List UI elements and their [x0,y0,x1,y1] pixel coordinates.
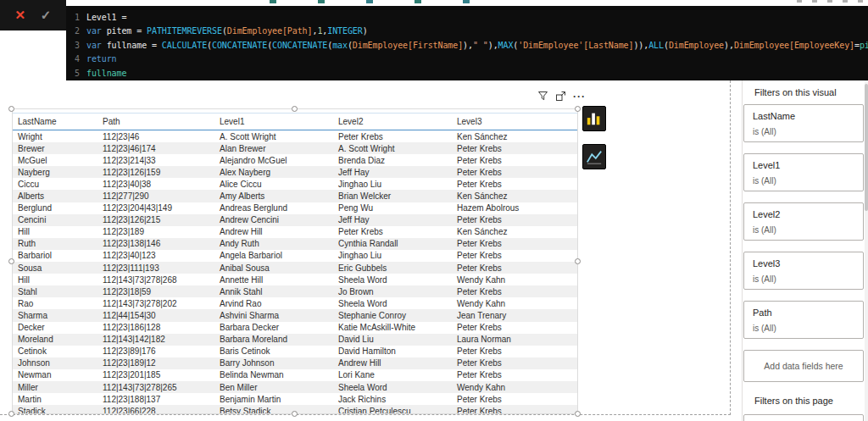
code-line: 1Level1 = [71,11,868,25]
table-row[interactable]: Miller112|143|73|278|265Ben MillerSheela… [13,381,577,393]
scrollbar-thumb[interactable] [865,84,868,211]
table-row[interactable]: Sharma112|44|154|30Ashvini SharmaStephan… [13,309,577,321]
selection-handle[interactable] [575,411,581,417]
table-row[interactable]: Rao112|143|73|278|202Arvind RaoSheela Wo… [13,297,577,309]
filter-card-level1[interactable]: Level1is (All) [743,153,864,191]
table-cell: 112|23|89|176 [97,346,214,356]
selection-handle[interactable] [8,106,14,112]
visual-filter-cards: LastNameis (All)Level1is (All)Level2is (… [743,104,865,339]
code-line: 3var fullname = CALCULATE(CONCATENATE(CO… [71,39,868,53]
code-token: " " [473,39,488,53]
table-cell: Ruth [13,239,97,248]
filter-condition: is (All) [753,324,854,333]
table-cell: Amy Alberts [214,191,333,201]
table-row[interactable]: Johnson112|23|189|12Barry JohnsonAndrew … [13,357,577,369]
formula-lines: 1Level1 = 2var pitem = PATHITEMREVERSE(D… [71,11,868,80]
table-cell: 112|23|46|174 [97,144,214,153]
table-row[interactable]: Ciccu112|23|40|38Alice CiccuJinghao LiuP… [13,178,577,190]
filter-card-path[interactable]: Pathis (All) [743,301,864,339]
selection-handle[interactable] [8,258,14,264]
table-row[interactable]: Decker112|23|186|128Barbara DeckerKatie … [13,322,577,334]
filter-card-lastname[interactable]: LastNameis (All) [743,104,864,142]
table-cell: Alex Nayberg [214,168,333,177]
selection-handle[interactable] [292,106,298,112]
table-cell: Peter Krebs [452,156,577,165]
table-cell: 112|143|142|182 [97,335,214,344]
selection-handle[interactable] [292,411,298,417]
filter-card-level3[interactable]: Level3is (All) [743,252,864,290]
table-cell: Eric Gubbels [333,263,452,273]
visual-header-icons: ··· [537,91,586,102]
table-row[interactable]: Cetinok112|23|89|176Baris CetinokDavid H… [13,346,577,357]
more-options-icon[interactable]: ··· [573,91,586,102]
code-token: return [86,53,117,66]
selection-handle[interactable] [575,258,581,264]
table-cell: Cencini [13,215,97,224]
table-body: Wright112|23|46A. Scott WrightPeter Kreb… [13,130,577,414]
table-cell: Barbara Decker [214,323,333,332]
table-row[interactable]: Nayberg112|23|126|159Alex NaybergJeff Ha… [13,166,577,178]
table-row[interactable]: Newman112|23|201|185Belinda NewmanLori K… [13,369,577,381]
page-filter-dropzone[interactable] [743,414,864,421]
code-token: pitem [860,39,868,53]
commit-formula-button[interactable]: ✓ [41,8,52,23]
table-cell: Nayberg [13,168,97,177]
filters-pane-scrollbar[interactable] [865,80,868,421]
table-row[interactable]: Moreland112|143|142|182Barbara MorelandD… [13,334,577,346]
table-row[interactable]: Ruth112|23|138|146Andy RuthCynthia Randa… [13,238,577,250]
focus-mode-icon[interactable] [555,91,566,102]
table-cell: Anibal Sousa [214,263,333,273]
table-row[interactable]: Barbariol112|23|40|123Angela BarbariolJi… [13,250,577,262]
table-cell: Sharma [13,311,97,320]
table-cell: 112|23|66|228 [97,407,214,414]
table-row[interactable]: Cencini112|23|126|215Andrew CenciniJeff … [13,214,577,226]
table-row[interactable]: Sousa112|23|111|193Anibal SousaEric Gubb… [13,262,577,274]
table-cell: 112|23|201|185 [97,370,214,379]
table-cell: A. Scott Wright [214,132,333,141]
table-cell: A. Scott Wright [333,144,452,153]
ribbon-icon-sliver [318,0,325,3]
table-cell: Jeff Hay [333,215,452,224]
filter-icon[interactable] [537,91,548,102]
table-cell: David Hamilton [333,346,452,356]
table-row[interactable]: Wright112|23|46A. Scott WrightPeter Kreb… [13,130,577,142]
selection-handle[interactable] [8,411,14,417]
table-row[interactable]: Berglund112|23|204|43|149Andreas Berglun… [13,202,577,214]
table-visual[interactable]: LastNamePathLevel1Level2Level3 Wright112… [12,108,578,414]
table-cell: Stephanie Conroy [333,311,452,320]
table-row[interactable]: Martin112|23|188|137Benjamin MartinJack … [13,393,577,405]
column-header-level3[interactable]: Level3 [452,117,577,126]
table-cell: Barbara Moreland [214,335,333,344]
table-cell: David Liu [333,335,452,344]
table-row[interactable]: Stahl112|23|18|59Annik StahlJo BrownPete… [13,285,577,297]
filter-field-name: Path [753,307,854,318]
filter-field-name: LastName [753,111,854,121]
line-chart-visual-icon[interactable] [582,144,606,169]
filter-card-level2[interactable]: Level2is (All) [743,202,864,241]
table-row[interactable]: McGuel112|23|214|33Alejandro McGuelBrend… [13,154,577,166]
column-header-level1[interactable]: Level1 [214,117,333,126]
ribbon-icon-sliver [270,0,276,3]
table-cell: Wendy Kahn [452,275,577,285]
table-cell: 112|23|189|12 [97,358,214,368]
bar-chart-visual-icon[interactable] [582,106,606,131]
table-cell: Alice Ciccu [214,180,333,189]
table-cell: Peter Krebs [452,370,577,379]
table-row[interactable]: Hill112|23|189Andrew HillPeter KrebsKen … [13,226,577,238]
table-row[interactable]: Brewer112|23|46|174Alan BrewerA. Scott W… [13,142,577,154]
add-data-fields-dropzone[interactable]: Add data fields here [743,350,864,382]
cancel-formula-button[interactable]: ✕ [15,8,26,23]
table-cell: Cristian Petculescu [333,407,452,414]
table-cell: 112|44|154|30 [97,311,214,320]
ribbon-icon-sliver [463,0,470,3]
column-header-lastname[interactable]: LastName [13,117,97,126]
table-row[interactable]: Alberts112|277|290Amy AlbertsBrian Welck… [13,190,577,202]
column-header-path[interactable]: Path [97,117,214,126]
code-token: pitem = [102,25,147,38]
table-row[interactable]: Hill112|143|73|278|268Annette HillSheela… [13,274,577,285]
column-header-level2[interactable]: Level2 [333,117,452,126]
table-cell: 112|23|111|193 [97,263,214,273]
table-cell: 112|23|189 [97,227,214,236]
selection-handle[interactable] [575,106,581,112]
dax-formula-editor[interactable]: 1Level1 = 2var pitem = PATHITEMREVERSE(D… [66,6,868,80]
